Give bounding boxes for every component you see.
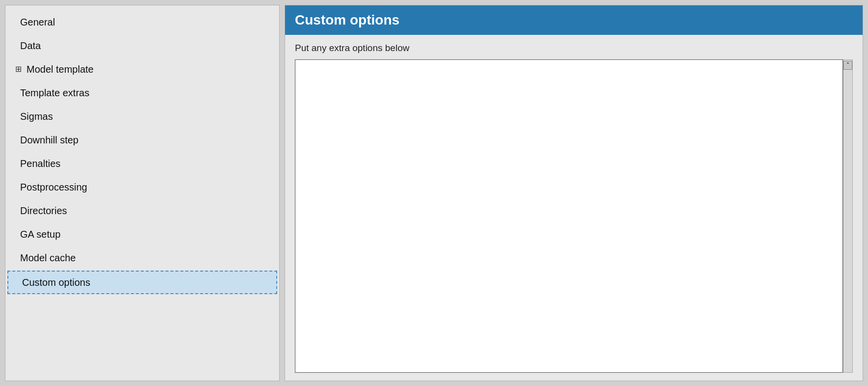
- sidebar-item-label: Model cache: [20, 252, 76, 263]
- sidebar-item-label: Penalties: [20, 158, 60, 169]
- main-content: Custom options Put any extra options bel…: [285, 5, 863, 381]
- sidebar-item-model-template[interactable]: ⊞Model template: [5, 57, 279, 81]
- sidebar-item-label: Postprocessing: [20, 182, 87, 193]
- sidebar-item-general[interactable]: General: [5, 10, 279, 34]
- sidebar-item-label: GA setup: [20, 229, 60, 240]
- sidebar-item-ga-setup[interactable]: GA setup: [5, 222, 279, 246]
- sidebar-item-label: General: [20, 17, 55, 28]
- sidebar: GeneralData⊞Model templateTemplate extra…: [5, 5, 280, 381]
- sidebar-item-template-extras[interactable]: Template extras: [5, 81, 279, 105]
- sidebar-item-label: Custom options: [22, 277, 90, 288]
- sidebar-item-model-cache[interactable]: Model cache: [5, 246, 279, 270]
- scrollbar: ˄: [843, 59, 853, 373]
- sidebar-item-label: Directories: [20, 205, 67, 216]
- sidebar-item-downhill-step[interactable]: Downhill step: [5, 128, 279, 152]
- page-title: Custom options: [295, 12, 853, 28]
- expand-icon: ⊞: [15, 64, 22, 75]
- sidebar-item-label: Downhill step: [20, 135, 79, 145]
- main-header: Custom options: [285, 5, 863, 35]
- sidebar-item-label: Data: [20, 40, 41, 51]
- sidebar-item-directories[interactable]: Directories: [5, 199, 279, 222]
- main-body: Put any extra options below ˄: [285, 35, 863, 381]
- description-text: Put any extra options below: [295, 43, 853, 54]
- sidebar-item-label: Template extras: [20, 87, 89, 98]
- custom-options-textarea[interactable]: [295, 59, 843, 373]
- sidebar-item-label: Sigmas: [20, 111, 53, 122]
- app-container: GeneralData⊞Model templateTemplate extra…: [0, 0, 868, 386]
- sidebar-item-sigmas[interactable]: Sigmas: [5, 105, 279, 128]
- sidebar-item-data[interactable]: Data: [5, 34, 279, 57]
- sidebar-item-custom-options[interactable]: Custom options: [7, 271, 277, 294]
- sidebar-item-penalties[interactable]: Penalties: [5, 152, 279, 175]
- textarea-wrapper: ˄: [295, 59, 853, 373]
- scroll-up-button[interactable]: ˄: [843, 61, 852, 70]
- sidebar-item-label: Model template: [26, 62, 94, 76]
- sidebar-item-postprocessing[interactable]: Postprocessing: [5, 175, 279, 199]
